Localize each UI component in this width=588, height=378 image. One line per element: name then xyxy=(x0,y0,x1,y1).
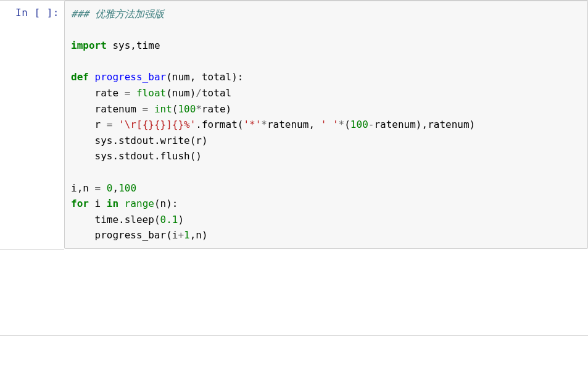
var-ratenum: ratenum xyxy=(267,119,308,130)
prompt-label: In [ ]: xyxy=(15,7,59,19)
op-mul: * xyxy=(339,119,345,130)
bltn-int: int xyxy=(154,103,172,115)
op-minus: - xyxy=(368,119,375,130)
paren: ( xyxy=(238,119,244,130)
comma: , xyxy=(112,182,118,194)
var-n: n xyxy=(160,198,167,209)
var-ratenum: ratenum xyxy=(95,103,136,115)
paren: ) xyxy=(166,198,172,209)
num-1: 1 xyxy=(184,229,190,241)
paren: ) xyxy=(178,214,184,225)
paren: ( xyxy=(190,150,196,162)
output-prompt xyxy=(0,249,64,335)
kw-def: def xyxy=(71,71,89,83)
mod-sys: sys xyxy=(112,40,130,51)
var-ratenum: ratenum xyxy=(374,119,415,130)
paren: ( xyxy=(166,229,172,241)
attr-write: write xyxy=(160,135,190,146)
paren: ( xyxy=(166,87,172,99)
num-100: 100 xyxy=(350,119,368,130)
mod-sys: sys xyxy=(95,150,113,162)
kw-for: for xyxy=(71,198,89,209)
op-mul: * xyxy=(196,103,202,115)
paren: ) xyxy=(226,103,232,115)
var-ratenum: ratenum xyxy=(428,119,469,130)
code-comment: ### 优雅方法加强版 xyxy=(71,8,164,20)
comma: , xyxy=(190,71,196,83)
op-eq: = xyxy=(95,182,101,194)
dot: . xyxy=(154,150,160,162)
comma: , xyxy=(130,40,136,51)
var-n: n xyxy=(83,182,89,194)
op-mul: * xyxy=(261,119,267,130)
str-fmt: '\r[{}{}]{}%' xyxy=(118,119,196,130)
mod-sys: sys xyxy=(95,135,113,146)
attr-stdout: stdout xyxy=(118,150,154,162)
mod-time: time xyxy=(95,214,119,225)
paren: ( xyxy=(190,135,196,146)
code-cell: In [ ]: ### 优雅方法加强版 import sys,time def … xyxy=(0,0,588,250)
paren: ) xyxy=(470,119,476,130)
var-r: r xyxy=(196,135,202,146)
comma: , xyxy=(190,229,196,241)
kw-import: import xyxy=(71,40,107,51)
mod-time: time xyxy=(136,40,160,51)
var-i: i xyxy=(95,198,101,209)
input-prompt: In [ ]: xyxy=(0,1,64,249)
str-star: '*' xyxy=(243,119,261,130)
comma: , xyxy=(77,182,83,194)
paren: ( xyxy=(172,103,178,115)
fn-name: progress_bar xyxy=(95,71,167,83)
dot: . xyxy=(118,214,125,225)
var-total: total xyxy=(202,87,231,99)
bltn-range: range xyxy=(125,198,154,209)
var-rate: rate xyxy=(202,103,226,115)
bltn-float: float xyxy=(136,87,166,99)
fn-call-pb: progress_bar xyxy=(95,229,167,241)
kw-in: in xyxy=(107,198,118,209)
attr-stdout: stdout xyxy=(118,135,154,146)
paren: ( xyxy=(344,119,350,130)
var-rate: rate xyxy=(95,87,119,99)
comma: , xyxy=(308,119,315,130)
str-space: ' ' xyxy=(321,119,339,130)
colon: : xyxy=(172,198,178,209)
op-div: / xyxy=(196,87,202,99)
attr-sleep: sleep xyxy=(125,214,154,225)
var-r: r xyxy=(95,119,101,130)
arg-total: total xyxy=(202,71,231,83)
code-input-area[interactable]: ### 优雅方法加强版 import sys,time def progress… xyxy=(64,1,588,249)
comma: , xyxy=(421,119,428,130)
arg-num: num xyxy=(172,87,190,99)
op-eq: = xyxy=(143,103,149,115)
output-area xyxy=(64,249,588,335)
op-eq: = xyxy=(107,119,113,130)
paren: ) xyxy=(196,150,202,162)
paren: ( xyxy=(154,198,160,209)
paren: ) xyxy=(231,71,238,83)
num-100: 100 xyxy=(178,103,196,115)
paren: ) xyxy=(190,87,196,99)
attr-flush: flush xyxy=(160,150,190,162)
dot: . xyxy=(154,135,160,146)
output-cell xyxy=(0,249,588,336)
num-0p1: 0.1 xyxy=(160,214,178,225)
paren: ( xyxy=(154,214,160,225)
dot: . xyxy=(112,135,118,146)
paren: ) xyxy=(202,135,208,146)
var-i: i xyxy=(172,229,178,241)
var-i: i xyxy=(71,182,77,194)
var-n: n xyxy=(196,229,202,241)
paren: ) xyxy=(202,229,208,241)
op-eq: = xyxy=(125,87,131,99)
num-100: 100 xyxy=(118,182,136,194)
colon: : xyxy=(238,71,244,83)
arg-num: num xyxy=(172,71,190,83)
attr-format: format xyxy=(202,119,238,130)
dot: . xyxy=(112,150,118,162)
op-plus: + xyxy=(178,229,184,241)
paren: ( xyxy=(166,71,172,83)
dot: . xyxy=(196,119,202,130)
